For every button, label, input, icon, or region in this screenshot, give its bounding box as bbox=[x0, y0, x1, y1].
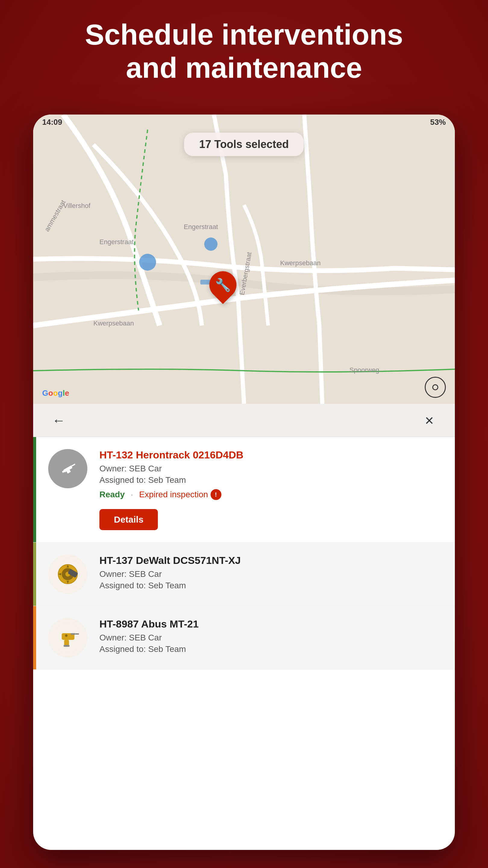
tool-assigned: Assigned to: Seb Team bbox=[99, 644, 440, 654]
tool-avatar bbox=[48, 449, 87, 488]
back-button[interactable]: ← bbox=[48, 410, 69, 431]
svg-point-32 bbox=[65, 634, 67, 637]
tool-title: HT-8987 Abus MT-21 bbox=[99, 618, 440, 630]
status-ready-label: Ready bbox=[99, 490, 125, 499]
expired-icon: ! bbox=[210, 489, 221, 500]
pin-circle: 🔧 bbox=[204, 266, 242, 304]
status-separator: · bbox=[131, 490, 133, 499]
tool-item: HT-8987 Abus MT-21 Owner: SEB Car Assign… bbox=[33, 606, 455, 670]
tool-owner: Owner: SEB Car bbox=[99, 633, 440, 643]
saw-icon bbox=[53, 559, 83, 589]
tool-list: HT-132 Herontrack 0216D4DB Owner: SEB Ca… bbox=[33, 437, 455, 670]
status-signal: 53% bbox=[430, 118, 446, 127]
header-section: Schedule interventions and maintenance bbox=[0, 18, 488, 85]
svg-text:Engerstraat: Engerstraat bbox=[99, 238, 134, 246]
item-border-indicator bbox=[33, 542, 36, 606]
tool-avatar bbox=[48, 618, 87, 657]
screwdriver-icon bbox=[53, 623, 83, 653]
tool-title: HT-132 Herontrack 0216D4DB bbox=[99, 449, 440, 461]
item-border-indicator bbox=[33, 437, 36, 542]
svg-text:Kwerpsebaan: Kwerpsebaan bbox=[93, 319, 134, 327]
tools-badge: 17 Tools selected bbox=[184, 133, 304, 156]
map-pin: 🔧 bbox=[209, 271, 236, 299]
map-status-bar: 14:09 53% bbox=[33, 115, 455, 130]
close-icon: × bbox=[425, 412, 433, 429]
close-button[interactable]: × bbox=[419, 410, 440, 431]
header-line1: Schedule interventions bbox=[24, 18, 464, 51]
tool-content: HT-132 Herontrack 0216D4DB Owner: SEB Ca… bbox=[99, 449, 440, 530]
svg-text:Engerstraat: Engerstraat bbox=[184, 223, 218, 230]
google-watermark: Google bbox=[42, 389, 69, 398]
phone-mockup: ammestraat Engerstraat Engerstraat Kwerp… bbox=[33, 115, 455, 850]
back-icon: ← bbox=[52, 413, 65, 428]
svg-rect-31 bbox=[64, 645, 70, 647]
map-background: ammestraat Engerstraat Engerstraat Kwerp… bbox=[33, 115, 455, 404]
tool-item: HT-137 DeWalt DCS571NT-XJ Owner: SEB Car… bbox=[33, 542, 455, 606]
svg-point-9 bbox=[139, 254, 156, 271]
tool-owner: Owner: SEB Car bbox=[99, 464, 440, 473]
expired-text: Expired inspection bbox=[139, 490, 208, 499]
drill-icon bbox=[57, 458, 78, 479]
tool-status-row: Ready · Expired inspection ! bbox=[99, 489, 440, 500]
svg-rect-28 bbox=[71, 633, 75, 635]
status-expired-label: Expired inspection ! bbox=[139, 489, 221, 500]
svg-text:Villershof: Villershof bbox=[63, 202, 91, 210]
svg-text:Spoorweg: Spoorweg bbox=[350, 366, 379, 374]
item-border-indicator bbox=[33, 606, 36, 670]
tool-item: HT-132 Herontrack 0216D4DB Owner: SEB Ca… bbox=[33, 437, 455, 542]
svg-rect-29 bbox=[75, 633, 79, 634]
svg-text:Kwerpsebaan: Kwerpsebaan bbox=[280, 259, 321, 267]
nav-bar: ← × bbox=[33, 404, 455, 437]
svg-point-10 bbox=[204, 238, 218, 251]
pin-tool-icon: 🔧 bbox=[215, 278, 231, 292]
tool-owner: Owner: SEB Car bbox=[99, 569, 440, 579]
tool-title: HT-137 DeWalt DCS571NT-XJ bbox=[99, 555, 440, 566]
tool-content: HT-137 DeWalt DCS571NT-XJ Owner: SEB Car… bbox=[99, 555, 440, 592]
tool-assigned: Assigned to: Seb Team bbox=[99, 581, 440, 590]
location-target-icon[interactable] bbox=[425, 377, 446, 398]
status-time: 14:09 bbox=[42, 118, 62, 127]
tool-assigned: Assigned to: Seb Team bbox=[99, 475, 440, 485]
tool-content: HT-8987 Abus MT-21 Owner: SEB Car Assign… bbox=[99, 618, 440, 656]
tool-avatar bbox=[48, 555, 87, 594]
target-inner bbox=[432, 384, 438, 390]
header-line2: and maintenance bbox=[24, 51, 464, 84]
details-button[interactable]: Details bbox=[99, 509, 158, 530]
map-section: ammestraat Engerstraat Engerstraat Kwerp… bbox=[33, 115, 455, 404]
